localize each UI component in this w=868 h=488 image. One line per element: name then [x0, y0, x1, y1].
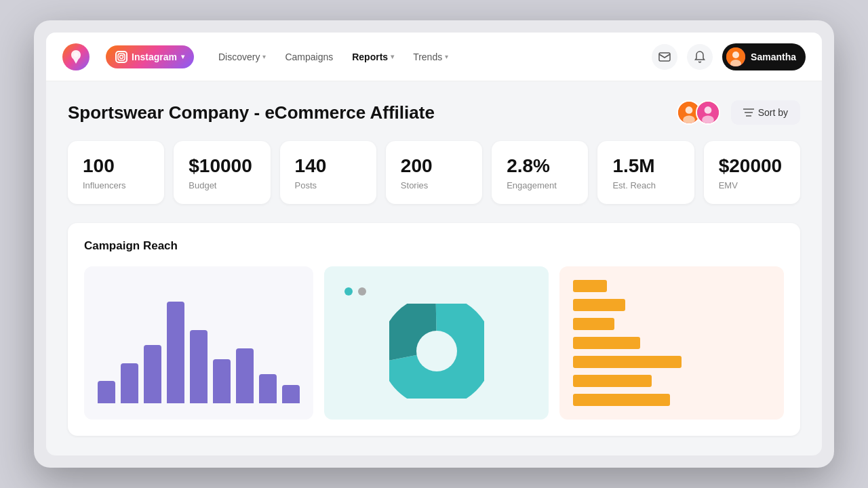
instagram-selector[interactable]: Instagram ▾: [106, 45, 194, 68]
nav-item-campaigns[interactable]: Campaigns: [277, 46, 341, 68]
hbar-item: [573, 299, 770, 311]
device-frame: Instagram ▾ Discovery ▾ Campaigns Report…: [34, 20, 834, 468]
bar-item: [98, 381, 115, 403]
instagram-chevron-icon: ▾: [181, 53, 184, 60]
hbar-item: [573, 318, 770, 330]
reports-chevron-icon: ▾: [391, 53, 394, 60]
header-right: Sort by: [677, 100, 800, 125]
stat-engagement: 2.8% Engagement: [492, 141, 588, 204]
campaign-reach-section: Campaign Reach: [68, 223, 800, 436]
svg-point-0: [74, 53, 78, 57]
hbar-chart-card: [559, 266, 784, 420]
svg-point-13: [702, 115, 714, 123]
charts-row: [84, 266, 784, 420]
svg-point-9: [685, 106, 692, 114]
sort-label: Sort by: [758, 107, 788, 118]
instagram-icon: [115, 51, 127, 63]
pie-chart-card: [324, 266, 549, 420]
bar-item: [282, 385, 300, 403]
nav-item-reports[interactable]: Reports ▾: [344, 46, 402, 68]
nav-item-discovery[interactable]: Discovery ▾: [210, 46, 274, 68]
pie-legend: [344, 287, 366, 296]
user-name-label: Samantha: [751, 52, 796, 62]
hbar-item: [573, 280, 770, 292]
pie-chart-wrapper: [338, 280, 535, 406]
stats-row: 100 Influencers $10000 Budget 140 Posts …: [68, 141, 800, 204]
legend-dot-gray: [358, 287, 366, 296]
page-title: Sportswear Company - eCommerce Affiliate: [68, 102, 435, 123]
bar-item: [259, 374, 277, 403]
bar-chart-card: [84, 266, 313, 420]
svg-point-2: [120, 55, 123, 58]
bar-item: [190, 330, 208, 403]
trends-chevron-icon: ▾: [445, 53, 448, 60]
bar-item: [236, 348, 254, 403]
nav-links: Discovery ▾ Campaigns Reports ▾ Trends ▾: [210, 46, 635, 68]
stat-reach: 1.5M Est. Reach: [597, 141, 694, 204]
hbar-item: [573, 375, 770, 387]
bar-chart: [98, 298, 300, 406]
sort-button[interactable]: Sort by: [731, 100, 800, 125]
app-window: Instagram ▾ Discovery ▾ Campaigns Report…: [46, 33, 822, 455]
bell-button[interactable]: [687, 44, 713, 70]
stat-budget: $10000 Budget: [174, 141, 270, 204]
svg-point-12: [704, 106, 711, 114]
page-header: Sportswear Company - eCommerce Affiliate: [68, 100, 800, 125]
stat-emv: $20000 EMV: [704, 141, 800, 204]
bar-item: [121, 363, 138, 403]
svg-rect-4: [659, 53, 670, 61]
stat-posts: 140 Posts: [280, 141, 376, 204]
hbar-item: [573, 337, 770, 349]
stat-influencers: 100 Influencers: [68, 141, 164, 204]
hbar-item: [573, 394, 770, 406]
user-menu[interactable]: Samantha: [722, 43, 806, 70]
legend-dot-teal: [344, 287, 353, 296]
svg-point-3: [123, 54, 124, 56]
bar-item: [144, 345, 161, 403]
bar-item: [213, 359, 231, 403]
discovery-chevron-icon: ▾: [262, 53, 266, 60]
navbar: Instagram ▾ Discovery ▾ Campaigns Report…: [46, 33, 822, 81]
avatar-group: [677, 100, 720, 125]
pie-chart-svg: [389, 304, 484, 399]
nav-item-trends[interactable]: Trends ▾: [405, 46, 456, 68]
avatar-2: [696, 100, 720, 125]
user-avatar: [726, 47, 745, 66]
mail-button[interactable]: [652, 44, 677, 70]
nav-right: Samantha: [652, 43, 806, 70]
stat-stories: 200 Stories: [386, 141, 482, 204]
bar-item: [167, 302, 184, 403]
hbar-chart: [573, 280, 770, 406]
hbar-item: [573, 356, 770, 368]
svg-point-19: [416, 331, 457, 371]
svg-point-10: [683, 115, 695, 123]
main-content: Sportswear Company - eCommerce Affiliate: [46, 81, 822, 455]
svg-point-6: [732, 52, 739, 58]
section-title: Campaign Reach: [84, 239, 784, 253]
app-logo: [62, 43, 90, 70]
sort-icon: [743, 108, 754, 117]
